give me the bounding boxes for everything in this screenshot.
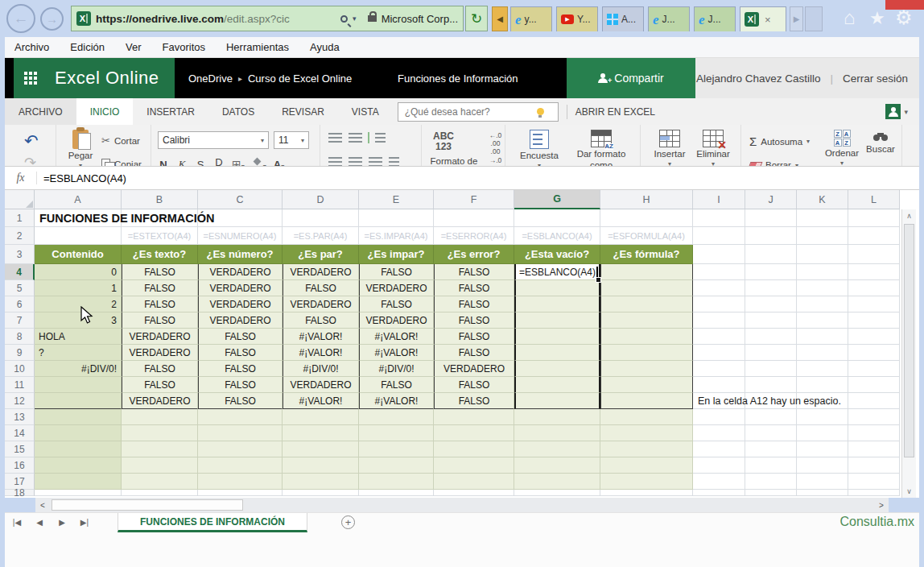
cell-H9[interactable] (600, 345, 693, 361)
ribbon-tab-revisar[interactable]: REVISAR (268, 98, 338, 125)
font-size-select[interactable]: 11▾ (274, 131, 309, 149)
cell-C5[interactable]: VERDADERO (198, 280, 283, 296)
cell-F10[interactable]: VERDADERO (434, 361, 514, 377)
cell-H2[interactable]: =ESFORMULA(A4) (600, 227, 693, 245)
cell-L17[interactable] (848, 474, 900, 490)
cell-G14[interactable] (514, 425, 600, 441)
sort-button[interactable]: ZAAZ Ordenar ▾ (822, 130, 862, 167)
cell-B10[interactable]: FALSO (122, 361, 198, 377)
scrollbar-thumb[interactable] (904, 224, 914, 457)
row-header-4[interactable]: 4 (5, 264, 35, 280)
cell-L4[interactable] (848, 264, 900, 280)
cell-D8[interactable]: #¡VALOR! (283, 329, 359, 345)
cell-H11[interactable] (600, 377, 693, 393)
cell-K1[interactable] (797, 209, 848, 227)
cell-B7[interactable]: FALSO (122, 312, 198, 329)
cell-B9[interactable]: VERDADERO (122, 345, 198, 361)
scroll-right-icon[interactable]: > (874, 501, 889, 510)
cell-D16[interactable] (283, 457, 359, 474)
column-header-J[interactable]: J (745, 190, 797, 209)
cell-C9[interactable]: FALSO (198, 345, 283, 361)
cell-H3[interactable]: ¿Es fórmula? (600, 245, 693, 264)
cell-I1[interactable] (693, 209, 745, 227)
cell-A16[interactable] (35, 457, 122, 474)
column-header-F[interactable]: F (434, 190, 514, 209)
menu-favoritos[interactable]: Favoritos (163, 41, 205, 53)
cell-J5[interactable] (745, 280, 797, 296)
cell-C4[interactable]: VERDADERO (198, 264, 283, 280)
cell-I16[interactable] (693, 457, 745, 474)
new-tab-button[interactable] (805, 6, 823, 31)
prev-sheet-icon[interactable]: ◀ (34, 518, 45, 527)
cell-A1[interactable]: FUNCIONES DE INFORMACIÓN (35, 209, 122, 227)
cell-A11[interactable] (35, 377, 122, 393)
browser-tab[interactable]: ▶Y... (556, 6, 598, 31)
cell-L5[interactable] (848, 280, 900, 296)
cell-F6[interactable]: FALSO (434, 296, 514, 312)
cell-L14[interactable] (848, 425, 900, 441)
cell-K10[interactable] (797, 361, 848, 377)
cell-F11[interactable]: FALSO (434, 377, 514, 393)
scroll-down-icon[interactable]: ∨ (902, 487, 916, 495)
cell-E11[interactable]: FALSO (359, 377, 434, 393)
cell-D14[interactable] (283, 425, 359, 441)
cell-B5[interactable]: FALSO (122, 280, 198, 296)
cell-G8[interactable] (514, 329, 600, 345)
cell-C6[interactable]: VERDADERO (198, 296, 283, 312)
cell-A15[interactable] (35, 441, 122, 457)
ribbon-tab-vista[interactable]: VISTA (338, 98, 393, 125)
cell-B8[interactable]: VERDADERO (122, 329, 198, 345)
row-header-2[interactable]: 2 (5, 227, 35, 245)
cell-J17[interactable] (745, 474, 797, 490)
cell-A12[interactable] (35, 393, 122, 409)
cell-E10[interactable]: #¡DIV/0! (359, 361, 434, 377)
row-header-16[interactable]: 16 (5, 457, 35, 474)
sheet-tab[interactable]: FUNCIONES DE INFORMACIÓN (118, 513, 307, 532)
cell-I8[interactable] (693, 329, 745, 345)
app-launcher-icon[interactable] (24, 72, 37, 85)
cell-D2[interactable]: =ES.PAR(A4) (283, 227, 359, 245)
cell-D17[interactable] (283, 474, 359, 490)
cell-L12[interactable] (848, 393, 900, 409)
ribbon-tab-inicio[interactable]: INICIO (76, 98, 134, 125)
ribbon-tab-archivo[interactable]: ARCHIVO (5, 98, 76, 125)
cell-C8[interactable]: FALSO (198, 329, 283, 345)
cell-H5[interactable] (600, 280, 693, 296)
cell-B17[interactable] (122, 474, 198, 490)
cell-K11[interactable] (797, 377, 848, 393)
row-header-3[interactable]: 3 (5, 245, 35, 264)
column-header-K[interactable]: K (797, 190, 848, 209)
survey-button[interactable]: Encuesta ▾ (517, 130, 562, 169)
row-header-12[interactable]: 12 (5, 393, 35, 409)
last-sheet-icon[interactable]: ▶| (79, 518, 90, 527)
cell-C16[interactable] (198, 457, 283, 474)
cell-K8[interactable] (797, 329, 848, 345)
cell-B18[interactable] (122, 490, 198, 496)
cell-H16[interactable] (600, 457, 693, 474)
tab-scroll-right-button[interactable]: ▶ (790, 6, 803, 31)
cell-F13[interactable] (434, 409, 514, 425)
browser-tab-active[interactable]: X× (740, 6, 786, 31)
cell-J3[interactable] (745, 245, 797, 264)
home-icon[interactable]: ⌂ (844, 8, 856, 27)
cell-I4[interactable] (693, 264, 745, 280)
column-header-G[interactable]: G (514, 190, 600, 209)
cell-F1[interactable] (434, 209, 514, 227)
add-sheet-button[interactable]: + (341, 515, 355, 529)
cell-L2[interactable] (848, 227, 900, 245)
cell-K16[interactable] (797, 457, 848, 474)
increase-decimal-icon[interactable]: ←.0 .00.00 →.0 (486, 131, 505, 164)
refresh-button[interactable]: ↻ (465, 6, 488, 31)
undo-icon[interactable]: ↶ (24, 131, 39, 151)
cell-G2[interactable]: =ESBLANCO(A4) (514, 227, 600, 245)
browser-tab[interactable]: A... (602, 6, 644, 31)
cell-H6[interactable] (600, 296, 693, 312)
cell-H4[interactable] (600, 264, 693, 280)
column-header-B[interactable]: B (122, 190, 198, 209)
cell-I15[interactable] (693, 441, 745, 457)
cell-F16[interactable] (434, 457, 514, 474)
cell-C12[interactable]: FALSO (198, 393, 283, 409)
row-header-13[interactable]: 13 (5, 409, 35, 425)
cell-I2[interactable] (693, 227, 745, 245)
cell-C7[interactable]: VERDADERO (198, 312, 283, 329)
